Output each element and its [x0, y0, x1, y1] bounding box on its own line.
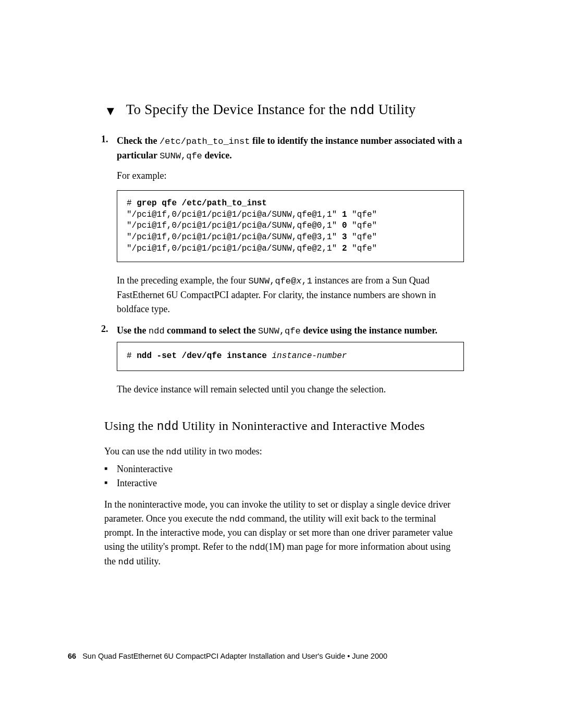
modes-intro-pre: You can use the [104, 446, 166, 456]
heading-pre: To Specify the Device Instance for the [126, 102, 350, 117]
modes-intro-post: utility in two modes: [182, 446, 262, 456]
step-number: 2. [101, 324, 108, 335]
step-number: 1. [101, 134, 108, 145]
sub-mono: ndd [157, 420, 179, 434]
document-page: ▼ To Specify the Device Instance for the… [0, 0, 563, 728]
step1-after: In the preceding example, the four SUNW,… [117, 274, 464, 316]
code1-line1-path: "/pci@1f,0/pci@1/pci@1/pci@a/SUNW,qfe@0,… [127, 221, 342, 230]
step2-after: The device instance will remain selected… [117, 382, 464, 397]
steps-list: 1. Check the /etc/path_to_inst file to i… [101, 134, 464, 397]
step2-lead-pre: Use the [117, 325, 149, 336]
modes-bullet-list: Noninteractive Interactive [104, 462, 464, 490]
code1-line0-tail: "qfe" [347, 210, 377, 219]
step-2-lead: Use the ndd command to select the SUNW,q… [117, 324, 464, 338]
section-heading: To Specify the Device Instance for the n… [126, 102, 416, 118]
sub-pre: Using the [104, 419, 157, 433]
mp-m2: ndd [249, 542, 265, 552]
modes-intro: You can use the ndd utility in two modes… [104, 445, 464, 459]
code2-prefix: # [127, 351, 137, 361]
step-2: 2. Use the ndd command to select the SUN… [101, 324, 464, 397]
sub-heading: Using the ndd Utility in Noninteractive … [104, 417, 464, 435]
code1-line3-tail: "qfe" [347, 244, 377, 253]
for-example: For example: [117, 169, 464, 183]
step2-lead-post: device using the instance number. [301, 325, 437, 336]
step2-lead-mono2: SUNW,qfe [258, 326, 301, 336]
step1-after-monoi: x [296, 276, 301, 286]
mp-m1: ndd [229, 514, 246, 524]
step1-lead-pre: Check the [117, 135, 160, 146]
step1-after-mono2: ,1 [301, 276, 312, 286]
modes-paragraph: In the noninteractive mode, you can invo… [104, 498, 464, 569]
bullet-interactive: Interactive [104, 476, 464, 490]
code-block-1: # grep qfe /etc/path_to_inst "/pci@1f,0/… [117, 190, 464, 262]
step1-after-mono1: SUNW,qfe@ [248, 276, 296, 286]
code2-cmd: ndd -set /dev/qfe instance [137, 351, 267, 361]
step1-after-pre: In the preceding example, the four [117, 275, 248, 286]
page-footer: 66Sun Quad FastEthernet 6U CompactPCI Ad… [68, 652, 387, 660]
modes-intro-mono: ndd [166, 447, 182, 457]
code1-line0-path: "/pci@1f,0/pci@1/pci@1/pci@a/SUNW,qfe@1,… [127, 210, 342, 219]
code-block-2: # ndd -set /dev/qfe instance instance-nu… [117, 342, 464, 371]
heading-post: Utility [375, 102, 416, 117]
code1-line1-tail: "qfe" [347, 221, 377, 230]
step-1: 1. Check the /etc/path_to_inst file to i… [101, 134, 464, 316]
code1-line2-tail: "qfe" [347, 232, 377, 242]
sub-post: Utility in Noninteractive and Interactiv… [179, 419, 425, 433]
mp-m3: ndd [118, 557, 134, 567]
code1-prefix: # [127, 199, 137, 208]
bullet-noninteractive: Noninteractive [104, 462, 464, 476]
step1-lead-mono: /etc/path_to_inst [160, 137, 250, 146]
heading-mono: ndd [350, 103, 374, 118]
code1-line3-path: "/pci@1f,0/pci@1/pci@1/pci@a/SUNW,qfe@2,… [127, 244, 342, 253]
down-triangle-icon: ▼ [104, 105, 117, 117]
code2-arg: instance-number [267, 351, 347, 361]
step-1-lead: Check the /etc/path_to_inst file to iden… [117, 134, 464, 163]
step1-lead-mono2: SUNW,qfe [160, 151, 202, 161]
footer-title: Sun Quad FastEthernet 6U CompactPCI Adap… [82, 652, 387, 660]
page-number: 66 [68, 652, 76, 660]
section-heading-row: ▼ To Specify the Device Instance for the… [104, 102, 464, 118]
step2-lead-mono1: ndd [149, 326, 165, 336]
step1-lead-post: device. [202, 150, 232, 161]
step2-lead-mid: command to select the [165, 325, 258, 336]
mp-p4: utility. [134, 556, 161, 566]
code1-cmd: grep qfe /etc/path_to_inst [137, 199, 267, 208]
code1-line2-path: "/pci@1f,0/pci@1/pci@1/pci@a/SUNW,qfe@3,… [127, 232, 342, 242]
